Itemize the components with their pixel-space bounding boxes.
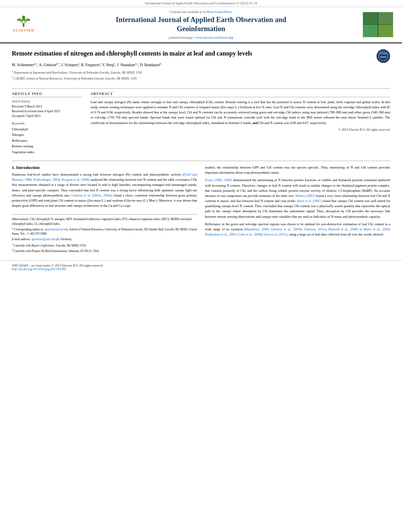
ref-wullschleger[interactable]: Wullschleger, 1993 — [33, 178, 59, 182]
ref-ustin[interactable]: Ustin et al., 2009 — [238, 232, 261, 236]
body-left-col: 1. Introduction Numerous leaf-level stud… — [12, 165, 197, 254]
elsevier-logo: ELSEVIER — [10, 16, 37, 33]
copyright-line: © 2013 Elsevier B.V. All rights reserved… — [91, 128, 390, 132]
journal-title-center: Contents lists available at SciVerse Sci… — [43, 10, 359, 39]
crossmark-logo: Cross Mark — [376, 49, 390, 63]
svg-point-7 — [28, 19, 29, 20]
footnote-2: 2 Currently with Pioneer Hi-Bred Interna… — [12, 248, 197, 253]
intro-section-title: 1. Introduction — [12, 165, 197, 170]
svg-rect-14 — [378, 25, 393, 37]
ref-gitelson-2003[interactable]: Gitelson et al. (2003a, 2006a) — [71, 193, 113, 197]
sciverse-link[interactable]: SciVerse ScienceDirect — [203, 10, 232, 14]
sciverse-line: Contents lists available at SciVerse Sci… — [43, 10, 359, 14]
keyword-remote-sensing: Remote sensing — [12, 143, 83, 149]
cover-image-svg — [363, 12, 393, 37]
article-info-heading: ARTICLE INFO — [12, 92, 83, 97]
journal-image-right — [363, 12, 394, 37]
journal-header: ELSEVIER Contents lists available at Sci… — [0, 7, 402, 43]
intro-paragraph-1: Numerous leaf-level studies have demonst… — [12, 172, 197, 208]
abbreviations-note: Abbreviations: Chl, chlorophyll; N, nitr… — [12, 217, 197, 226]
footer-issn: 0303-2434/$ – see front matter © 2013 El… — [12, 264, 390, 267]
doi-link[interactable]: http://dx.doi.org/10.1016/j.jag.2013.04.… — [12, 267, 66, 271]
accepted-date: Accepted 5 April 2013 — [12, 114, 83, 119]
keyword-vegetation-index: Vegetation index — [12, 149, 83, 155]
sciverse-prefix: Contents lists available at — [170, 10, 202, 14]
body-two-col: 1. Introduction Numerous leaf-level stud… — [12, 165, 390, 254]
ref-gitelson-2003b[interactable]: Gitelson et al., 2003b — [271, 227, 302, 231]
elsevier-tree-icon — [14, 16, 33, 28]
abstract-heading: ABSTRACT — [91, 92, 390, 97]
crossmark-icon: Cross Mark — [376, 49, 390, 63]
page-container: International Journal of Applied Earth O… — [0, 0, 402, 532]
revised-date: Received in revised form 4 April 2013 — [12, 109, 83, 114]
svg-point-9 — [25, 20, 26, 20]
journal-issue-info: International Journal of Applied Earth O… — [145, 2, 257, 5]
footnote-1: 1 Currently with Bayer CropScience, Linc… — [12, 243, 197, 248]
article-authors: M. Schlemmera,1, A. Gitelsonb,*, J. Sche… — [12, 62, 372, 68]
elsevier-label: ELSEVIER — [13, 28, 34, 32]
affiliation-a: a Department of Agronomy and Horticultur… — [12, 70, 372, 75]
keyword-nitrogen: Nitrogen — [12, 132, 83, 137]
svg-rect-12 — [378, 12, 393, 24]
email-note: E-mail address: agitelson2@unl.edu (A. G… — [12, 237, 197, 241]
svg-text:Mark: Mark — [380, 56, 387, 58]
page-footer: 0303-2434/$ – see front matter © 2013 El… — [0, 260, 402, 274]
ref-evans[interactable]: Evans (1983, 1989) — [205, 178, 232, 182]
article-info-abstract-section: ARTICLE INFO Article history: Received 5… — [12, 92, 390, 155]
article-info-col: ARTICLE INFO Article history: Received 5… — [12, 92, 83, 155]
svg-rect-13 — [363, 25, 378, 37]
history-label: Article history: — [12, 100, 83, 103]
ref-feret[interactable]: Féret et al. (2011) — [263, 232, 287, 236]
ref-hatfield[interactable]: Hatfield et al., 2008 — [328, 227, 357, 231]
ref-gitelson-2011a[interactable]: Gitelson, 2011a — [304, 227, 326, 231]
footnotes-section: Abbreviations: Chl, chlorophyll; N, nitr… — [12, 214, 197, 253]
abstract-text: Leaf and canopy nitrogen (N) status rela… — [91, 100, 390, 126]
intro-paragraph-2: studied, the relationship between GPP an… — [205, 165, 391, 175]
svg-rect-0 — [23, 24, 24, 27]
ref-blackburn[interactable]: Blackburn, 2006 — [245, 227, 268, 231]
author-email-link[interactable]: agitelson2@unl.edu — [44, 228, 68, 231]
abstract-body-divider — [12, 161, 390, 161]
body-right-col: studied, the relationship between GPP an… — [205, 165, 391, 254]
ref-walters[interactable]: Walters (2003) — [295, 194, 315, 198]
svg-point-8 — [22, 20, 22, 20]
journal-top-bar: International Journal of Applied Earth O… — [0, 0, 402, 7]
affiliations: a Department of Agronomy and Horticultur… — [12, 70, 372, 81]
journal-cover-image — [363, 12, 393, 37]
ref-richardson[interactable]: Richardson et al., 2002 — [205, 232, 236, 236]
article-history: Article history: Received 5 March 2013 R… — [12, 100, 83, 119]
affiliation-b: b CALMIT, School of Natural Resources, U… — [12, 76, 372, 81]
received-date: Received 5 March 2013 — [12, 104, 83, 109]
keyword-reflectance: Reflectance — [12, 138, 83, 143]
svg-rect-11 — [363, 12, 378, 24]
intro-paragraph-4: Reflectance in the green and red-edge sp… — [205, 222, 391, 237]
keywords-label: Keywords: — [12, 122, 83, 125]
journal-main-title: International Journal of Applied Earth O… — [43, 15, 359, 34]
article-main-title: Remote estimation of nitrogen and chloro… — [12, 49, 372, 58]
corresponding-author-note: * Corresponding author at: agitelson2@un… — [12, 227, 197, 236]
keywords-section: Keywords: Chlorophyll Nitrogen Reflectan… — [12, 122, 83, 155]
article-title-section: Remote estimation of nitrogen and chloro… — [12, 49, 390, 85]
journal-logo-left: ELSEVIER — [8, 16, 39, 33]
abstract-col: ABSTRACT Leaf and canopy nitrogen (N) st… — [91, 92, 390, 155]
keyword-chlorophyll: Chlorophyll — [12, 126, 83, 132]
svg-point-6 — [19, 19, 20, 20]
ref-baret[interactable]: Baret et al. (2007) — [297, 199, 322, 203]
email-address-link[interactable]: agitelson2@unl.edu — [31, 237, 55, 241]
ref-kergoat[interactable]: Kergoat et al. (2008) — [62, 178, 90, 182]
article-title-text: Remote estimation of nitrogen and chloro… — [12, 49, 372, 82]
article-content: Remote estimation of nitrogen and chloro… — [0, 43, 402, 260]
intro-paragraph-3: Evans (1983, 1989) demonstrated the part… — [205, 178, 391, 219]
homepage-prefix: journal homepage: — [169, 35, 194, 39]
journal-homepage: journal homepage: www.elsevier.com/locat… — [43, 35, 359, 39]
footer-doi: http://dx.doi.org/10.1016/j.jag.2013.04.… — [12, 267, 390, 271]
title-divider — [12, 88, 390, 89]
ref-le-maire[interactable]: le Maire et al., 2004 — [359, 227, 389, 231]
homepage-url[interactable]: www.elsevier.com/locate/jag — [195, 35, 233, 39]
